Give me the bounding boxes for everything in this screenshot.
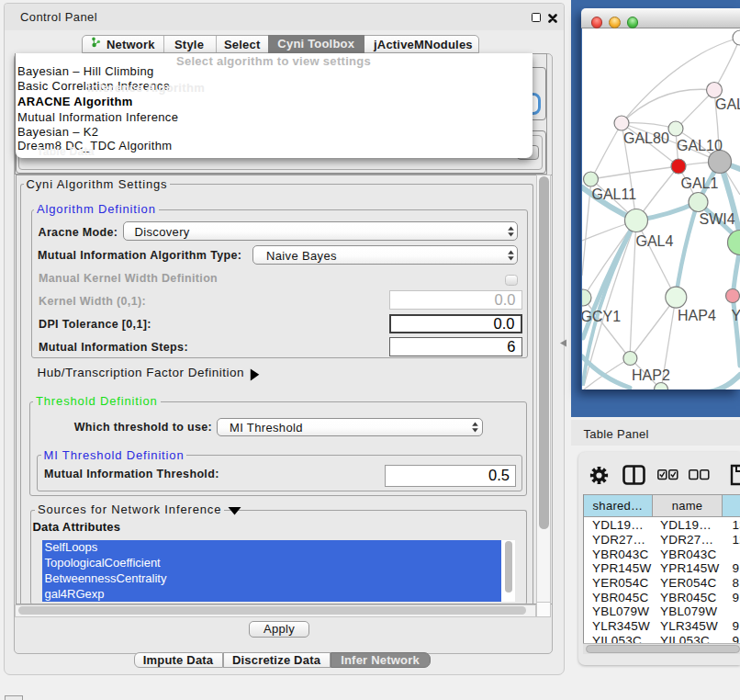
svg-text:GAL7: GAL7 (715, 96, 740, 112)
svg-text:GAL80: GAL80 (623, 130, 669, 146)
svg-text:YL: YL (732, 308, 740, 323)
svg-text:SWI4: SWI4 (700, 211, 735, 227)
svg-text:GAL11: GAL11 (592, 186, 637, 202)
svg-text:GAL10: GAL10 (677, 138, 723, 153)
svg-text:GAL1: GAL1 (681, 175, 719, 191)
svg-text:HAP2: HAP2 (632, 367, 670, 383)
svg-text:GAL4: GAL4 (636, 233, 674, 249)
svg-text:GCY1: GCY1 (582, 309, 621, 324)
svg-text:HAP4: HAP4 (678, 308, 716, 323)
